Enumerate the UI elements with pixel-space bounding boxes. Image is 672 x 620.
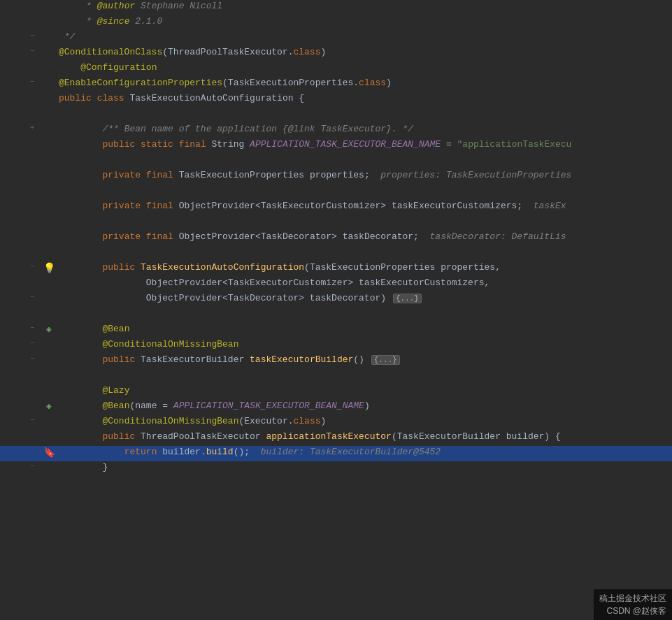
code-line: + /** Bean name of the application {@lin… <box>0 123 672 138</box>
code-content: */ <box>56 31 672 42</box>
code-content: public TaskExecutionAutoConfiguration(Ta… <box>56 262 672 273</box>
gutter: − <box>0 416 42 424</box>
code-content: @Bean <box>56 324 672 334</box>
code-content: ObjectProvider<TaskExecutorCustomizer> t… <box>56 277 672 288</box>
fold-button[interactable]: − <box>28 339 36 347</box>
watermark: 稿土掘金技术社区 CSDN @赵侠客 <box>594 589 672 620</box>
code-content: @ConditionalOnMissingBean <box>56 339 672 349</box>
code-content: * @since 2.1.0 <box>56 16 672 27</box>
gutter: − <box>0 324 42 332</box>
code-line: 🔖 return builder.build(); builder: TaskE… <box>0 446 672 461</box>
code-content: ObjectProvider<TaskDecorator> taskDecora… <box>56 293 672 303</box>
code-line: private final TaskExecutionProperties pr… <box>0 169 672 185</box>
code-line: public static final String APPLICATION_T… <box>0 138 672 154</box>
fold-button[interactable]: − <box>28 293 36 301</box>
code-content: private final ObjectProvider<TaskExecuto… <box>56 201 672 211</box>
code-content: public static final String APPLICATION_T… <box>56 139 672 150</box>
code-content: /** Bean name of the application {@link … <box>56 124 672 134</box>
gutter: − <box>0 462 42 470</box>
code-line: −@EnableConfigurationProperties(TaskExec… <box>0 77 672 92</box>
code-content: * @author Stephane Nicoll <box>56 1 672 11</box>
lightbulb-icon: 💡 <box>43 262 55 274</box>
fold-button[interactable]: − <box>28 462 36 470</box>
fold-button[interactable]: − <box>28 262 36 271</box>
code-line <box>0 154 672 169</box>
code-line <box>0 308 672 323</box>
code-content: @Bean(name = APPLICATION_TASK_EXECUTOR_B… <box>56 401 672 411</box>
fold-button[interactable]: − <box>28 78 36 86</box>
code-editor: * @author Stephane Nicoll * @since 2.1.0… <box>0 0 672 620</box>
code-content: @Lazy <box>56 385 672 396</box>
plugin-icon: ◈ <box>46 401 52 412</box>
code-content: @Configuration <box>56 62 672 73</box>
code-content: private final TaskExecutionProperties pr… <box>56 170 672 180</box>
code-content: } <box>56 462 672 473</box>
gutter: − <box>0 262 42 271</box>
code-line: −💡 public TaskExecutionAutoConfiguration… <box>0 261 672 277</box>
code-line: * @author Stephane Nicoll <box>0 0 672 15</box>
code-line <box>0 246 672 261</box>
code-line <box>0 369 672 384</box>
code-line: − @ConditionalOnMissingBean(Executor.cla… <box>0 415 672 431</box>
gutter: − <box>0 354 42 363</box>
watermark-line1: 稿土掘金技术社区 <box>599 592 666 605</box>
code-line: −@ConditionalOnClass(ThreadPoolTaskExecu… <box>0 46 672 62</box>
code-line: @Lazy <box>0 384 672 400</box>
watermark-line2: CSDN @赵侠客 <box>599 605 666 617</box>
code-line <box>0 185 672 200</box>
code-line: @Configuration <box>0 62 672 77</box>
code-line: −◈ @Bean <box>0 323 672 338</box>
gutter: − <box>0 47 42 55</box>
code-area: * @author Stephane Nicoll * @since 2.1.0… <box>0 0 672 620</box>
code-line: − ObjectProvider<TaskDecorator> taskDeco… <box>0 292 672 308</box>
code-line: ObjectProvider<TaskExecutorCustomizer> t… <box>0 277 672 292</box>
code-content: public ThreadPoolTaskExecutor applicatio… <box>56 431 672 442</box>
code-line: private final ObjectProvider<TaskExecuto… <box>0 200 672 215</box>
code-line <box>0 108 672 123</box>
fold-button[interactable]: + <box>28 124 36 132</box>
code-line: public class TaskExecutionAutoConfigurat… <box>0 92 672 108</box>
code-line: − public TaskExecutorBuilder taskExecuto… <box>0 354 672 369</box>
code-content: return builder.build(); builder: TaskExe… <box>56 447 672 457</box>
fold-button[interactable]: − <box>28 324 36 332</box>
code-line: * @since 2.1.0 <box>0 15 672 31</box>
fold-button[interactable]: − <box>28 354 36 363</box>
code-line <box>0 215 672 231</box>
fold-button[interactable]: − <box>28 416 36 424</box>
bookmark-icon: 🔖 <box>43 447 55 459</box>
gutter: − <box>0 78 42 86</box>
gutter: − <box>0 339 42 347</box>
code-line: − } <box>0 461 672 477</box>
code-line: − */ <box>0 31 672 46</box>
code-line: − @ConditionalOnMissingBean <box>0 338 672 354</box>
code-line: public ThreadPoolTaskExecutor applicatio… <box>0 431 672 446</box>
code-line: private final ObjectProvider<TaskDecorat… <box>0 231 672 246</box>
code-content: public TaskExecutorBuilder taskExecutorB… <box>56 354 672 365</box>
gutter: − <box>0 293 42 301</box>
fold-button[interactable]: − <box>28 31 36 40</box>
fold-button[interactable]: − <box>28 47 36 55</box>
code-content: @EnableConfigurationProperties(TaskExecu… <box>56 78 672 88</box>
gutter: + <box>0 124 42 132</box>
code-content: @ConditionalOnMissingBean(Executor.class… <box>56 416 672 426</box>
code-content: private final ObjectProvider<TaskDecorat… <box>56 231 672 242</box>
code-content: public class TaskExecutionAutoConfigurat… <box>56 93 672 103</box>
code-line: ◈ @Bean(name = APPLICATION_TASK_EXECUTOR… <box>0 400 672 415</box>
code-content: @ConditionalOnClass(ThreadPoolTaskExecut… <box>56 47 672 57</box>
plugin-icon: ◈ <box>46 324 52 335</box>
gutter: − <box>0 31 42 40</box>
